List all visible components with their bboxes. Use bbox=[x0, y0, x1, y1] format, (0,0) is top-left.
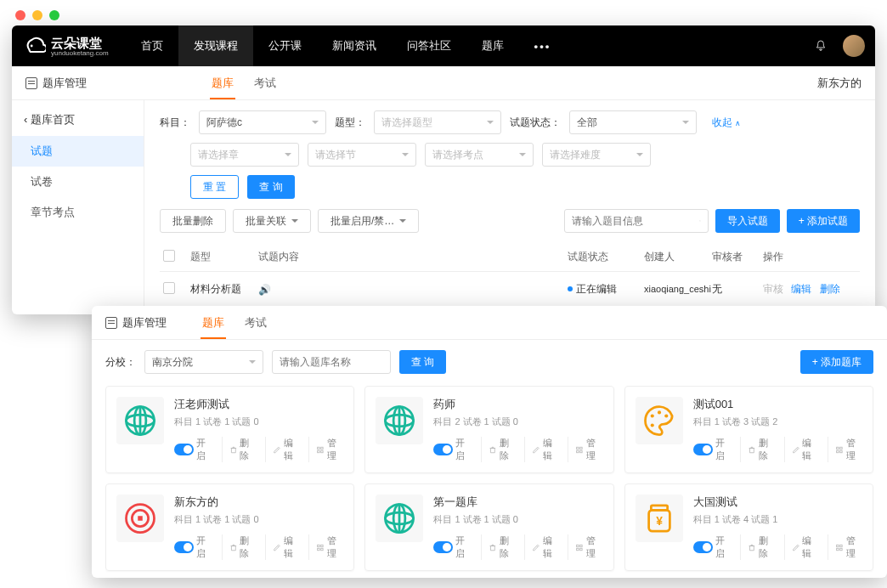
svg-rect-9 bbox=[318, 450, 319, 452]
toggle-open[interactable]: 开启 bbox=[693, 534, 732, 560]
cell-creator: xiaoqiang_ceshi bbox=[644, 284, 712, 295]
status-label: 试题状态： bbox=[510, 116, 561, 130]
search-icon bbox=[699, 216, 701, 226]
nav-news[interactable]: 新闻资讯 bbox=[317, 25, 392, 66]
bank-card: ¥大国测试科目 1 试卷 4 试题 1 开启删除编辑管理 bbox=[624, 483, 873, 571]
add-question-button[interactable]: + 添加试题 bbox=[787, 209, 860, 233]
status-select[interactable]: 全部 bbox=[569, 110, 697, 134]
op-delete[interactable]: 删除 bbox=[481, 437, 516, 462]
op-delete[interactable]: 删除 bbox=[820, 283, 840, 295]
op-edit[interactable]: 编辑 bbox=[265, 437, 300, 462]
cell-type: 材料分析题 bbox=[190, 282, 258, 297]
bulk-link-button[interactable]: 批量关联 bbox=[233, 209, 311, 233]
school-select[interactable]: 南京分院 bbox=[144, 350, 263, 374]
difficulty-select[interactable]: 请选择难度 bbox=[542, 143, 651, 167]
tab-exam[interactable]: 考试 bbox=[252, 67, 278, 99]
select-all-checkbox[interactable] bbox=[163, 250, 175, 262]
nav-home[interactable]: 首页 bbox=[126, 25, 178, 66]
bank-meta: 科目 1 试卷 3 试题 2 bbox=[693, 416, 862, 428]
op-edit[interactable]: 编辑 bbox=[784, 534, 819, 560]
import-button[interactable]: 导入试题 bbox=[715, 209, 780, 233]
bank-name-input[interactable] bbox=[272, 350, 391, 374]
query-button[interactable]: 查 询 bbox=[399, 350, 446, 374]
trash-icon bbox=[229, 543, 238, 552]
op-edit[interactable]: 编辑 bbox=[524, 437, 559, 462]
minimize-icon[interactable] bbox=[32, 10, 42, 20]
op-edit[interactable]: 编辑 bbox=[791, 283, 811, 295]
svg-text:¥: ¥ bbox=[656, 515, 663, 528]
audio-icon[interactable]: 🔊 bbox=[258, 284, 271, 296]
op-manage[interactable]: 管理 bbox=[828, 534, 862, 560]
op-delete[interactable]: 删除 bbox=[222, 534, 257, 560]
bank-meta: 科目 1 试卷 1 试题 0 bbox=[174, 513, 343, 526]
op-manage[interactable]: 管理 bbox=[308, 437, 343, 462]
nav-discover[interactable]: 发现课程 bbox=[178, 25, 253, 66]
bank-title: 新东方的 bbox=[174, 495, 343, 510]
sidebar-item-questions[interactable]: 试题 bbox=[12, 136, 144, 167]
bulk-delete-button[interactable]: 批量删除 bbox=[160, 209, 226, 233]
subject-select[interactable]: 阿萨德c bbox=[199, 110, 326, 134]
op-audit[interactable]: 审核 bbox=[763, 283, 783, 295]
sidebar-back[interactable]: ‹ 题库首页 bbox=[12, 104, 144, 136]
type-select[interactable]: 请选择题型 bbox=[374, 110, 501, 134]
toggle-open[interactable]: 开启 bbox=[174, 534, 213, 560]
sidebar-item-papers[interactable]: 试卷 bbox=[12, 167, 144, 197]
svg-rect-10 bbox=[321, 450, 323, 452]
svg-rect-29 bbox=[138, 516, 143, 521]
sidebar: ‹ 题库首页 试题 试卷 章节考点 bbox=[12, 100, 144, 314]
tab-bank[interactable]: 题库 bbox=[210, 67, 235, 99]
point-select[interactable]: 请选择考点 bbox=[425, 143, 534, 167]
op-manage[interactable]: 管理 bbox=[568, 437, 602, 462]
op-delete[interactable]: 删除 bbox=[740, 437, 775, 462]
query-button[interactable]: 查 询 bbox=[247, 175, 294, 199]
school-label: 分校： bbox=[105, 355, 136, 370]
nav-qa[interactable]: 问答社区 bbox=[392, 25, 466, 66]
op-delete[interactable]: 删除 bbox=[222, 437, 257, 462]
bank-icon bbox=[116, 495, 164, 542]
toggle-open[interactable]: 开启 bbox=[693, 437, 732, 462]
svg-point-19 bbox=[650, 414, 653, 417]
sidebar-item-chapters[interactable]: 章节考点 bbox=[12, 197, 144, 228]
tab-exam[interactable]: 考试 bbox=[243, 307, 268, 339]
section-select[interactable]: 请选择节 bbox=[308, 143, 416, 167]
grid-icon bbox=[835, 543, 844, 552]
op-edit[interactable]: 编辑 bbox=[784, 437, 819, 462]
row-checkbox[interactable] bbox=[163, 282, 175, 294]
maximize-icon[interactable] bbox=[49, 10, 59, 20]
op-manage[interactable]: 管理 bbox=[828, 437, 862, 462]
toggle-open[interactable]: 开启 bbox=[433, 534, 472, 560]
cloud-icon bbox=[22, 34, 46, 58]
bell-icon[interactable] bbox=[814, 39, 828, 53]
op-edit[interactable]: 编辑 bbox=[265, 534, 300, 560]
op-manage[interactable]: 管理 bbox=[568, 534, 602, 560]
search-box[interactable] bbox=[564, 209, 709, 233]
grid-icon bbox=[835, 445, 844, 455]
toggle-open[interactable]: 开启 bbox=[174, 437, 213, 462]
collapse-link[interactable]: 收起 bbox=[712, 116, 741, 130]
reset-button[interactable]: 重 置 bbox=[190, 175, 239, 199]
svg-point-1 bbox=[699, 220, 700, 221]
avatar[interactable] bbox=[843, 35, 865, 57]
svg-rect-38 bbox=[577, 545, 579, 546]
tab-bank[interactable]: 题库 bbox=[201, 307, 226, 339]
logo[interactable]: 云朵课堂 yunduoketang.com bbox=[22, 34, 109, 58]
nav-more[interactable]: ••• bbox=[519, 25, 567, 66]
toggle-icon bbox=[433, 541, 453, 553]
close-icon[interactable] bbox=[15, 10, 25, 20]
nav-open-class[interactable]: 公开课 bbox=[253, 25, 317, 66]
svg-point-0 bbox=[31, 45, 33, 48]
toggle-open[interactable]: 开启 bbox=[433, 437, 472, 462]
bulk-enable-button[interactable]: 批量启用/禁… bbox=[318, 209, 419, 233]
chapter-select[interactable]: 请选择章 bbox=[190, 143, 299, 167]
op-manage[interactable]: 管理 bbox=[308, 534, 343, 560]
svg-rect-7 bbox=[318, 447, 319, 449]
content: 科目： 阿萨德c 题型： 请选择题型 试题状态： 全部 收起 请选择章 请选择节… bbox=[144, 100, 875, 314]
add-bank-button[interactable]: + 添加题库 bbox=[800, 350, 873, 374]
op-edit[interactable]: 编辑 bbox=[524, 534, 559, 560]
trash-icon bbox=[489, 445, 497, 455]
svg-rect-32 bbox=[318, 548, 319, 550]
op-delete[interactable]: 删除 bbox=[740, 534, 775, 560]
op-delete[interactable]: 删除 bbox=[481, 534, 516, 560]
search-input[interactable] bbox=[572, 215, 699, 227]
nav-bank[interactable]: 题库 bbox=[466, 25, 519, 66]
